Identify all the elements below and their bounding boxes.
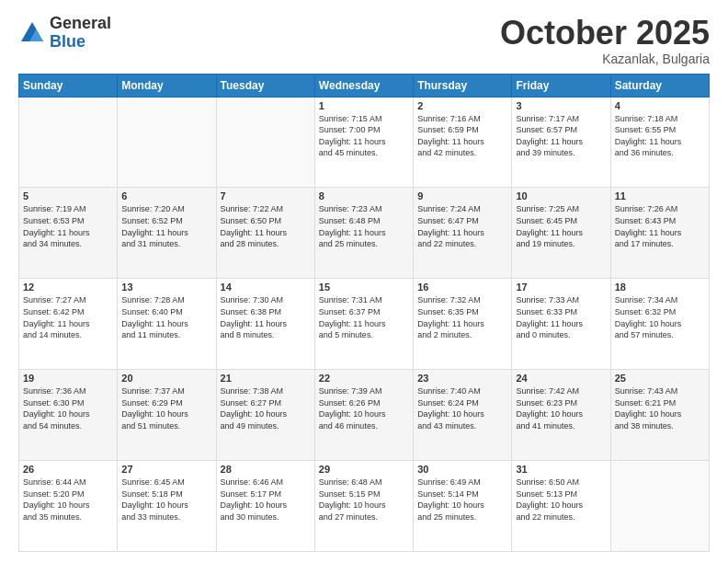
day-number: 14 (221, 282, 311, 293)
logo-text: General Blue (50, 15, 111, 52)
title-month: October 2025 (500, 15, 710, 52)
calendar-cell: 22Sunrise: 7:39 AM Sunset: 6:26 PM Dayli… (314, 370, 413, 461)
logo: General Blue (18, 15, 111, 52)
day-info: Sunrise: 7:24 AM Sunset: 6:47 PM Dayligh… (417, 203, 507, 249)
day-number: 30 (417, 464, 507, 475)
day-info: Sunrise: 7:40 AM Sunset: 6:24 PM Dayligh… (417, 385, 507, 431)
day-info: Sunrise: 7:19 AM Sunset: 6:53 PM Dayligh… (23, 203, 113, 249)
header-friday: Friday (512, 74, 610, 97)
page: General Blue October 2025 Kazanlak, Bulg… (0, 0, 728, 563)
day-number: 16 (417, 282, 507, 293)
calendar-cell (118, 97, 216, 188)
day-number: 5 (23, 190, 113, 201)
logo-icon (18, 19, 46, 47)
calendar-cell: 28Sunrise: 6:46 AM Sunset: 5:17 PM Dayli… (216, 461, 314, 552)
calendar-cell: 9Sunrise: 7:24 AM Sunset: 6:47 PM Daylig… (414, 188, 512, 279)
day-info: Sunrise: 7:17 AM Sunset: 6:57 PM Dayligh… (516, 113, 606, 159)
day-number: 13 (121, 282, 211, 293)
day-info: Sunrise: 6:45 AM Sunset: 5:18 PM Dayligh… (121, 477, 211, 523)
day-info: Sunrise: 7:37 AM Sunset: 6:29 PM Dayligh… (121, 385, 211, 431)
day-number: 24 (516, 373, 606, 384)
day-info: Sunrise: 6:44 AM Sunset: 5:20 PM Dayligh… (23, 477, 113, 523)
day-number: 29 (319, 464, 409, 475)
calendar-cell: 17Sunrise: 7:33 AM Sunset: 6:33 PM Dayli… (512, 279, 610, 370)
day-number: 20 (121, 373, 211, 384)
logo-blue-text: Blue (50, 33, 111, 52)
day-info: Sunrise: 7:22 AM Sunset: 6:50 PM Dayligh… (221, 203, 311, 249)
day-number: 23 (417, 373, 507, 384)
calendar-cell: 15Sunrise: 7:31 AM Sunset: 6:37 PM Dayli… (314, 279, 413, 370)
header-wednesday: Wednesday (314, 74, 413, 97)
day-info: Sunrise: 6:50 AM Sunset: 5:13 PM Dayligh… (516, 477, 606, 523)
header-saturday: Saturday (610, 74, 709, 97)
calendar-cell: 16Sunrise: 7:32 AM Sunset: 6:35 PM Dayli… (414, 279, 512, 370)
calendar-cell (610, 461, 709, 552)
calendar-cell: 19Sunrise: 7:36 AM Sunset: 6:30 PM Dayli… (19, 370, 118, 461)
calendar-cell: 8Sunrise: 7:23 AM Sunset: 6:48 PM Daylig… (314, 188, 413, 279)
day-info: Sunrise: 7:18 AM Sunset: 6:55 PM Dayligh… (615, 113, 705, 159)
calendar-cell: 24Sunrise: 7:42 AM Sunset: 6:23 PM Dayli… (512, 370, 610, 461)
day-info: Sunrise: 7:25 AM Sunset: 6:45 PM Dayligh… (516, 203, 606, 249)
day-number: 28 (221, 464, 311, 475)
day-info: Sunrise: 7:32 AM Sunset: 6:35 PM Dayligh… (417, 294, 507, 340)
calendar-week-4: 26Sunrise: 6:44 AM Sunset: 5:20 PM Dayli… (19, 461, 710, 552)
calendar-cell: 29Sunrise: 6:48 AM Sunset: 5:15 PM Dayli… (314, 461, 413, 552)
day-number: 22 (319, 373, 409, 384)
day-number: 17 (516, 282, 606, 293)
day-info: Sunrise: 7:42 AM Sunset: 6:23 PM Dayligh… (516, 385, 606, 431)
calendar-week-0: 1Sunrise: 7:15 AM Sunset: 7:00 PM Daylig… (19, 97, 710, 188)
calendar-table: Sunday Monday Tuesday Wednesday Thursday… (18, 74, 710, 552)
calendar-cell: 21Sunrise: 7:38 AM Sunset: 6:27 PM Dayli… (216, 370, 314, 461)
day-number: 7 (221, 190, 311, 201)
calendar-cell: 23Sunrise: 7:40 AM Sunset: 6:24 PM Dayli… (414, 370, 512, 461)
day-number: 15 (319, 282, 409, 293)
day-number: 6 (121, 190, 211, 201)
title-location: Kazanlak, Bulgaria (500, 52, 710, 66)
header: General Blue October 2025 Kazanlak, Bulg… (18, 15, 710, 66)
title-block: October 2025 Kazanlak, Bulgaria (500, 15, 710, 66)
calendar-cell: 31Sunrise: 6:50 AM Sunset: 5:13 PM Dayli… (512, 461, 610, 552)
day-number: 9 (417, 190, 507, 201)
day-info: Sunrise: 6:49 AM Sunset: 5:14 PM Dayligh… (417, 477, 507, 523)
day-number: 3 (516, 100, 606, 111)
calendar-cell: 26Sunrise: 6:44 AM Sunset: 5:20 PM Dayli… (19, 461, 118, 552)
day-info: Sunrise: 6:48 AM Sunset: 5:15 PM Dayligh… (319, 477, 409, 523)
header-tuesday: Tuesday (216, 74, 314, 97)
logo-general-text: General (50, 15, 111, 33)
day-info: Sunrise: 7:39 AM Sunset: 6:26 PM Dayligh… (319, 385, 409, 431)
day-number: 1 (319, 100, 409, 111)
day-number: 21 (221, 373, 311, 384)
calendar-cell: 10Sunrise: 7:25 AM Sunset: 6:45 PM Dayli… (512, 188, 610, 279)
day-info: Sunrise: 7:27 AM Sunset: 6:42 PM Dayligh… (23, 294, 113, 340)
calendar-cell: 30Sunrise: 6:49 AM Sunset: 5:14 PM Dayli… (414, 461, 512, 552)
header-thursday: Thursday (414, 74, 512, 97)
calendar-cell: 14Sunrise: 7:30 AM Sunset: 6:38 PM Dayli… (216, 279, 314, 370)
day-number: 31 (516, 464, 606, 475)
day-number: 11 (615, 190, 705, 201)
day-info: Sunrise: 7:30 AM Sunset: 6:38 PM Dayligh… (221, 294, 311, 340)
calendar-cell: 20Sunrise: 7:37 AM Sunset: 6:29 PM Dayli… (118, 370, 216, 461)
calendar-cell: 27Sunrise: 6:45 AM Sunset: 5:18 PM Dayli… (118, 461, 216, 552)
calendar-cell: 6Sunrise: 7:20 AM Sunset: 6:52 PM Daylig… (118, 188, 216, 279)
calendar-cell: 18Sunrise: 7:34 AM Sunset: 6:32 PM Dayli… (610, 279, 709, 370)
day-info: Sunrise: 7:23 AM Sunset: 6:48 PM Dayligh… (319, 203, 409, 249)
day-number: 18 (615, 282, 705, 293)
calendar-cell: 11Sunrise: 7:26 AM Sunset: 6:43 PM Dayli… (610, 188, 709, 279)
day-number: 27 (121, 464, 211, 475)
day-info: Sunrise: 6:46 AM Sunset: 5:17 PM Dayligh… (221, 477, 311, 523)
calendar-cell: 1Sunrise: 7:15 AM Sunset: 7:00 PM Daylig… (314, 97, 413, 188)
day-number: 26 (23, 464, 113, 475)
day-info: Sunrise: 7:43 AM Sunset: 6:21 PM Dayligh… (615, 385, 705, 431)
calendar-week-2: 12Sunrise: 7:27 AM Sunset: 6:42 PM Dayli… (19, 279, 710, 370)
day-number: 2 (417, 100, 507, 111)
calendar-cell: 4Sunrise: 7:18 AM Sunset: 6:55 PM Daylig… (610, 97, 709, 188)
calendar-cell (19, 97, 118, 188)
day-number: 8 (319, 190, 409, 201)
calendar-cell: 13Sunrise: 7:28 AM Sunset: 6:40 PM Dayli… (118, 279, 216, 370)
day-info: Sunrise: 7:28 AM Sunset: 6:40 PM Dayligh… (121, 294, 211, 340)
calendar-week-1: 5Sunrise: 7:19 AM Sunset: 6:53 PM Daylig… (19, 188, 710, 279)
day-info: Sunrise: 7:15 AM Sunset: 7:00 PM Dayligh… (319, 113, 409, 159)
calendar-header-row: Sunday Monday Tuesday Wednesday Thursday… (19, 74, 710, 97)
day-number: 25 (615, 373, 705, 384)
day-number: 10 (516, 190, 606, 201)
